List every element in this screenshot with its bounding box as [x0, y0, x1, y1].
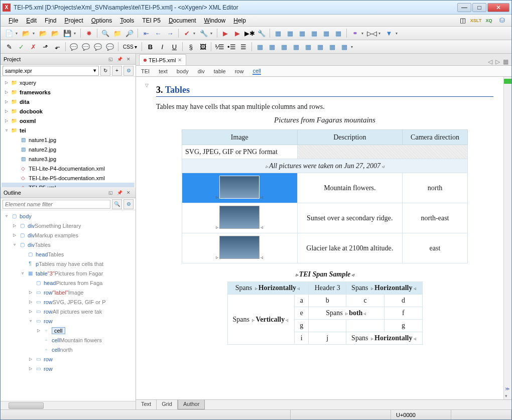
format-cell[interactable]: SVG, JPEG, GIF or PNG format	[182, 145, 298, 159]
menu-options[interactable]: Options	[87, 16, 116, 25]
italic-icon[interactable]: I	[157, 41, 168, 52]
nav-first-icon[interactable]: ⇤	[141, 28, 152, 39]
outline-item[interactable]: ¶p Tables may have cells that	[2, 259, 135, 268]
span-caption[interactable]: ▹TEI Span Sample◃	[156, 270, 493, 278]
col-left-icon[interactable]: ▦	[291, 41, 302, 52]
filter-search-icon[interactable]: 🔍	[112, 199, 122, 209]
list-icon[interactable]: ☰	[238, 41, 249, 52]
desc-cell[interactable]: Sunset over a secondary ridge.	[297, 203, 402, 233]
desc-cell[interactable]: Mountain flowers.	[297, 173, 402, 203]
marker-icon[interactable]: ▷◁	[366, 28, 377, 39]
bold-icon[interactable]: B	[145, 41, 156, 52]
expand-icon[interactable]: ▿	[20, 270, 25, 276]
css-label[interactable]: CSS ▾	[121, 41, 139, 52]
outline-item[interactable]: ▫cell Mountain flowers	[2, 335, 135, 345]
expand-icon[interactable]: ▷	[28, 309, 33, 314]
outline-item[interactable]: ▿▢div Tables	[2, 240, 135, 249]
minimize-button[interactable]: —	[457, 3, 471, 12]
expand-icon[interactable]: ▿	[4, 127, 9, 133]
image-cell[interactable]: ▹◃	[182, 173, 298, 203]
project-item[interactable]: ▷📁frameworks	[2, 87, 135, 97]
ul-icon[interactable]: •☰	[226, 41, 237, 52]
merge-icon[interactable]: ▦	[339, 41, 350, 52]
grid4-icon[interactable]: ▦	[309, 28, 320, 39]
span-vert[interactable]: Spans ▹Vertically◃	[227, 295, 295, 345]
outline-item[interactable]: ▿▭row	[2, 316, 135, 326]
breadcrumb-item[interactable]: row	[235, 68, 244, 74]
image-insert-icon[interactable]: 🖼	[197, 41, 208, 52]
maximize-button[interactable]: □	[472, 3, 486, 12]
debug-icon[interactable]: ▶✱	[244, 28, 255, 39]
comment2-icon[interactable]: 💬	[80, 41, 91, 52]
prev-change-icon[interactable]: ⬏	[40, 41, 51, 52]
db-icon[interactable]: ⛁	[496, 15, 507, 26]
project-tree[interactable]: ▷📁xquery▷📁frameworks▷📁dita▷📁docbook▷📁oox…	[1, 77, 136, 187]
grid1-icon[interactable]: ▦	[273, 28, 284, 39]
table-caption[interactable]: Pictures from Fagaras mountains	[156, 116, 493, 124]
settings-icon[interactable]: ⚙	[123, 66, 134, 76]
del-row-icon[interactable]: ▦	[315, 41, 326, 52]
expand-icon[interactable]: ▷	[28, 299, 33, 305]
outline-filter-input[interactable]	[3, 200, 110, 209]
dir-cell[interactable]: north	[403, 173, 468, 203]
th-desc[interactable]: Description	[297, 130, 402, 145]
search-icon[interactable]: 🔍	[100, 28, 111, 39]
panel-pin-icon[interactable]: 📌	[115, 56, 123, 63]
expand-icon[interactable]: ▿	[4, 213, 9, 219]
tab-list-icon[interactable]: ▦	[503, 58, 508, 65]
tab-close-icon[interactable]: ✕	[178, 57, 182, 63]
underline-icon[interactable]: U	[169, 41, 180, 52]
th-image[interactable]: Image	[182, 130, 298, 145]
run-icon[interactable]: ▶	[220, 28, 231, 39]
xq-icon[interactable]: XQ	[483, 15, 494, 26]
wrench-icon[interactable]: 🔧	[198, 28, 209, 39]
col-right-icon[interactable]: ▦	[303, 41, 314, 52]
outline-item[interactable]: ▷▭row "label" Image	[2, 288, 135, 297]
expand-icon[interactable]: ▷	[4, 80, 9, 85]
desc-cell[interactable]: Glacier lake at 2100m altitude.	[297, 233, 402, 263]
outline-item[interactable]: ▢head Pictures from Faga	[2, 278, 135, 288]
expand-icon[interactable]: ▷	[4, 118, 9, 123]
project-item[interactable]: ▧nature2.jpg	[2, 145, 135, 154]
outline-item[interactable]: ▷▢div Something Literary	[2, 221, 135, 230]
outline-item[interactable]: ▷▭row	[2, 354, 135, 364]
reject-icon[interactable]: ✗	[28, 41, 39, 52]
editor-area[interactable]: ▽ 3. Tables Tables may have cells that s…	[136, 77, 503, 399]
project-item[interactable]: ◇TEI-Lite-P4-documentation.xml	[2, 164, 135, 173]
outline-item[interactable]: ▿▦table "3" Pictures from Fagar	[2, 268, 135, 278]
grid5-icon[interactable]: ▦	[321, 28, 332, 39]
breadcrumb-item[interactable]: body	[177, 68, 189, 74]
format-empty-cell[interactable]	[297, 145, 467, 159]
row-above-icon[interactable]: ▦	[267, 41, 278, 52]
find-folder-icon[interactable]: 📁	[112, 28, 123, 39]
project-item[interactable]: ▷📁xquery	[2, 78, 135, 87]
outline-item[interactable]: ▫cell north	[2, 345, 135, 354]
project-combo[interactable]: sample.xpr▾	[3, 66, 99, 76]
row-below-icon[interactable]: ▦	[279, 41, 290, 52]
fold-icon[interactable]: ▽	[145, 83, 149, 88]
close-button[interactable]: ✕	[487, 3, 509, 12]
xpath-icon[interactable]: 🔎	[124, 28, 135, 39]
pictures-table[interactable]: Image Description Camera direction SVG, …	[182, 129, 468, 263]
span-table[interactable]: Spans ▹Horizontally◃ Header 3 Spans ▹Hor…	[227, 282, 423, 345]
note-cell[interactable]: ▹All pictures were taken on Jun 27, 2007…	[182, 159, 468, 173]
section-icon[interactable]: §	[185, 41, 196, 52]
ol-icon[interactable]: ⅟☰	[214, 41, 225, 52]
project-item[interactable]: ▧nature3.jpg	[2, 154, 135, 164]
nav-back-icon[interactable]: ←	[153, 28, 164, 39]
titlebar[interactable]: X TEI-P5.xml [D:\Projects\eXml_SVN\sampl…	[1, 1, 511, 15]
project-item[interactable]: ▷📁dita	[2, 97, 135, 106]
panel-restore-icon[interactable]: ◱	[106, 56, 114, 63]
expand-icon[interactable]: ▿	[12, 242, 17, 247]
run2-icon[interactable]: ▶	[232, 28, 243, 39]
expand-icon[interactable]: ▷	[4, 108, 9, 114]
breadcrumb-item[interactable]: cell	[252, 68, 261, 75]
expand-icon[interactable]: ▷	[28, 356, 33, 362]
tab-grid[interactable]: Grid	[157, 400, 178, 409]
menu-project[interactable]: Project	[60, 16, 87, 25]
tab-text[interactable]: Text	[136, 400, 157, 409]
project-item[interactable]: ▷📁ooxml	[2, 116, 135, 125]
link-icon[interactable]: ⚭	[349, 28, 360, 39]
breadcrumb-item[interactable]: table	[214, 68, 226, 74]
breadcrumb-item[interactable]: text	[159, 68, 168, 74]
